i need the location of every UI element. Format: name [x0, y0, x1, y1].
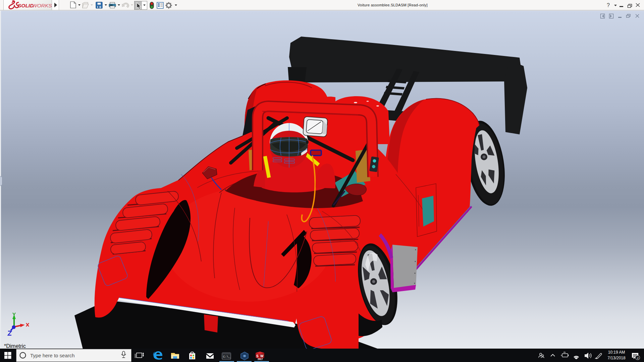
- svg-text:C:\_: C:\_: [223, 355, 230, 359]
- svg-text:?: ?: [607, 2, 610, 8]
- svg-text:S: S: [256, 354, 259, 358]
- svg-text:2017: 2017: [258, 358, 263, 360]
- svg-text:W: W: [260, 354, 264, 358]
- svg-text:2: 2: [637, 356, 639, 360]
